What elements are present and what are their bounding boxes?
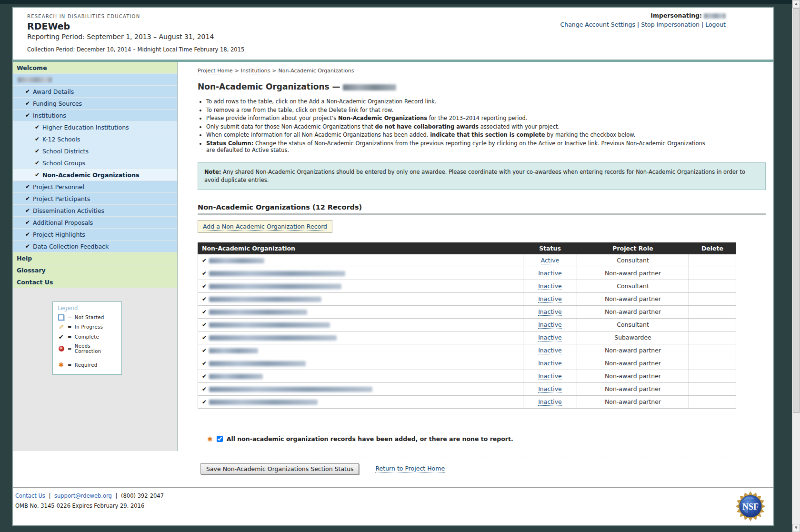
sidebar-item-non-academic-organizations[interactable]: ✔Non-Academic Organizations (13, 169, 177, 181)
complete-check-icon: ✔ (202, 334, 207, 341)
delete-cell (689, 382, 736, 395)
delete-cell (689, 254, 736, 267)
sidebar-item-label: Data Collection Feedback (33, 243, 109, 250)
complete-check-icon: ✔ (25, 207, 30, 214)
redacted-organization-name[interactable] (209, 335, 337, 341)
project-role-cell: Non-award partner (577, 267, 689, 280)
redacted-organization-name[interactable] (209, 310, 307, 315)
redacted-organization-name[interactable] (209, 348, 258, 353)
page-title: Non-Academic Organizations — (198, 82, 766, 91)
impersonating-line: Impersonating: (560, 12, 726, 19)
scroll-down-button[interactable]: ▼ (792, 524, 800, 532)
complete-check-icon: ✔ (202, 296, 207, 302)
save-section-status-button[interactable]: Save Non-Academic Organizations Section … (200, 463, 359, 474)
account-link-stop-impersonation[interactable]: Stop Impersonation (641, 21, 700, 28)
legend-item: ✱=Required (58, 361, 119, 369)
sidebar-item-higher-education-institutions[interactable]: ✔Higher Education Institutions (13, 121, 177, 133)
project-role-cell: Consultant (577, 318, 689, 331)
sidebar-item-additional-proposals[interactable]: ✔Additional Proposals (13, 217, 177, 229)
status-link-inactive[interactable]: Inactive (538, 372, 562, 380)
footer-contact-line: Contact Us | support@rdeweb.org | (800) … (15, 492, 767, 499)
sidebar-item-project-personnel[interactable]: ✔Project Personnel (13, 181, 177, 193)
add-record-button[interactable]: Add a Non-Academic Organization Record (198, 220, 332, 233)
redacted-organization-name[interactable] (209, 297, 321, 302)
instruction-item-4: Only submit data for those Non-Academic … (206, 123, 713, 130)
footer-contact-link[interactable]: Contact Us (15, 492, 45, 499)
sidebar-item-label: Help (17, 255, 32, 262)
redacted-organization-name[interactable] (209, 271, 345, 276)
sidebar-item-data-collection-feedback[interactable]: ✔Data Collection Feedback (13, 241, 177, 252)
status-cell: Inactive (523, 331, 577, 344)
redacted-organization-name[interactable] (209, 387, 372, 392)
status-link-inactive[interactable]: Inactive (538, 270, 562, 277)
scroll-up-button[interactable]: ▲ (792, 0, 800, 8)
status-cell: Inactive (523, 318, 577, 331)
redacted-organization-name[interactable] (209, 322, 330, 328)
status-link-inactive[interactable]: Inactive (538, 295, 562, 303)
status-link-active[interactable]: Active (541, 257, 560, 264)
sidebar-item-award-details[interactable]: ✔Award Details (13, 86, 177, 98)
breadcrumb-link-project-home[interactable]: Project Home (198, 68, 233, 74)
status-link-inactive[interactable]: Inactive (538, 334, 562, 341)
legend-label: Complete (75, 334, 99, 340)
sidebar-item-school-groups[interactable]: ✔School Groups (13, 157, 177, 169)
sidebar-item-funding-sources[interactable]: ✔Funding Sources (13, 98, 177, 110)
sidebar-item-school-districts[interactable]: ✔School Districts (13, 145, 177, 157)
pencil-glyph: ✎ (59, 323, 64, 331)
account-link-change-account-settings[interactable]: Change Account Settings (560, 21, 635, 28)
project-role-cell: Subawardee (577, 331, 689, 344)
sidebar-item-project-highlights[interactable]: ✔Project Highlights (13, 229, 177, 241)
footer-omb: OMB No. 3145-0226 Expires February 29, 2… (15, 502, 767, 509)
footer-email-link[interactable]: support@rdeweb.org (54, 492, 112, 499)
redacted-organization-name[interactable] (209, 361, 306, 366)
sidebar-item-redacted-project[interactable] (13, 74, 177, 86)
vertical-scrollbar[interactable]: ▲ ▼ (792, 0, 800, 532)
sidebar-item-label: Additional Proposals (33, 219, 93, 226)
return-to-project-home-link[interactable]: Return to Project Home (375, 465, 445, 472)
add-record-link[interactable]: Add a Non-Academic Organization Record (203, 223, 327, 231)
status-link-inactive[interactable]: Inactive (538, 398, 562, 406)
project-role-cell: Consultant (577, 254, 689, 267)
organization-cell: ✔ (198, 305, 523, 318)
status-link-inactive[interactable]: Inactive (538, 321, 562, 329)
sidebar-item-glossary[interactable]: Glossary (13, 264, 177, 276)
project-role-value: Consultant (617, 321, 649, 328)
sidebar-item-contact-us[interactable]: Contact Us (13, 276, 177, 288)
text: by marking the checkbox below. (545, 131, 635, 138)
status-link-inactive[interactable]: Inactive (538, 282, 562, 290)
complete-check-icon: ✔ (202, 347, 207, 354)
sidebar-item-dissemination-activities[interactable]: ✔Dissemination Activities (13, 205, 177, 217)
sidebar-item-label: Project Participants (33, 195, 90, 202)
sidebar-item-k-12-schools[interactable]: ✔K-12 Schools (13, 133, 177, 145)
sidebar-item-welcome[interactable]: Welcome (13, 62, 177, 74)
text: To remove a row from the table, click on… (206, 107, 393, 113)
text: When complete information for all Non-Ac… (206, 131, 430, 138)
scrollbar-thumb[interactable] (793, 8, 800, 413)
section-complete-label[interactable]: All non-academic organization records ha… (227, 435, 513, 442)
status-link-inactive[interactable]: Inactive (538, 308, 562, 316)
sidebar-item-help[interactable]: Help (13, 252, 177, 264)
page-body: Welcome✔Award Details✔Funding Sources✔In… (13, 62, 773, 474)
complete-icon: ✔ (58, 333, 65, 341)
account-links: Change Account Settings|Stop Impersonati… (560, 21, 726, 28)
project-role-value: Non-award partner (605, 385, 661, 392)
status-link-inactive[interactable]: Inactive (538, 385, 562, 393)
sidebar-item-project-participants[interactable]: ✔Project Participants (13, 193, 177, 205)
sidebar-item-label: K-12 Schools (42, 136, 80, 143)
sidebar-item-label: Glossary (17, 267, 46, 274)
status-link-inactive[interactable]: Inactive (538, 360, 562, 367)
table-row: ✔InactiveNon-award partner (198, 292, 736, 305)
redacted-organization-name[interactable] (209, 374, 263, 379)
redacted-organization-name[interactable] (209, 284, 341, 289)
section-complete-checkbox[interactable] (217, 436, 223, 442)
redacted-organization-name[interactable] (209, 400, 318, 405)
complete-check-icon: ✔ (35, 136, 40, 142)
account-link-logout[interactable]: Logout (705, 21, 726, 28)
redacted-user-name (704, 13, 726, 19)
status-link-inactive[interactable]: Inactive (538, 347, 562, 354)
breadcrumb-link-institutions[interactable]: Institutions (241, 68, 270, 74)
project-role-value: Non-award partner (605, 360, 661, 367)
sidebar-item-institutions[interactable]: ✔Institutions (13, 110, 177, 121)
in-progress-icon: ✎ (58, 323, 65, 331)
redacted-organization-name[interactable] (209, 258, 264, 263)
